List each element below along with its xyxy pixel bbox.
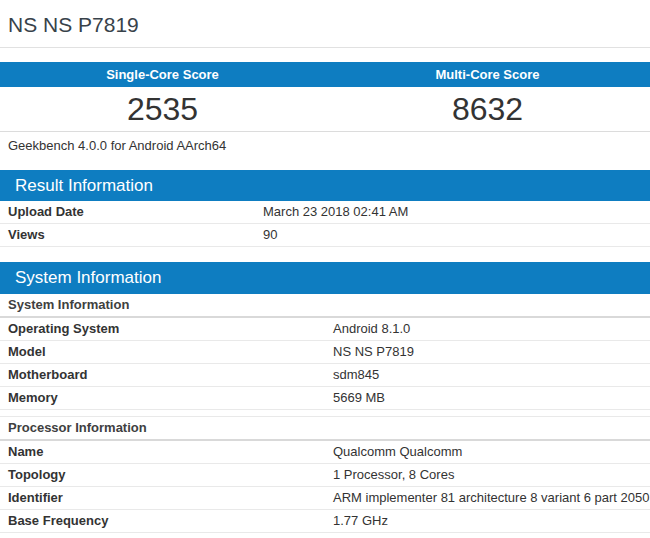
multi-core-score-label: Multi-Core Score (325, 62, 650, 87)
multi-core-score-value: 8632 (325, 87, 650, 131)
row-label: Memory (0, 387, 325, 410)
subheader-label: Processor Information (0, 417, 650, 441)
score-values-row: 2535 8632 (0, 87, 650, 132)
row-value: 1.77 GHz (325, 510, 650, 533)
single-core-score-label: Single-Core Score (0, 62, 325, 87)
table-row: Motherboard sdm845 (0, 364, 650, 387)
score-banner: Single-Core Score Multi-Core Score 2535 … (0, 62, 650, 162)
table-row: Upload Date March 23 2018 02:41 AM (0, 201, 650, 224)
row-value: 1 Processor, 8 Cores (325, 464, 650, 487)
table-subheader-row: System Information (0, 294, 650, 317)
subheader-label: System Information (0, 294, 650, 317)
table-row: Operating System Android 8.1.0 (0, 317, 650, 341)
row-label: Upload Date (0, 201, 255, 224)
row-value: sdm845 (325, 364, 650, 387)
table-row: Views 90 (0, 224, 650, 247)
result-information-table: Upload Date March 23 2018 02:41 AM Views… (0, 201, 650, 247)
table-row: Memory 5669 MB (0, 387, 650, 410)
single-core-score-value: 2535 (0, 87, 325, 131)
system-information-section-header: System Information (0, 262, 650, 294)
row-value: Android 8.1.0 (325, 317, 650, 341)
table-row: Model NS NS P7819 (0, 341, 650, 364)
row-label: Model (0, 341, 325, 364)
table-row: Identifier ARM implementer 81 architectu… (0, 487, 650, 510)
title-divider (0, 47, 650, 48)
result-information-section-header: Result Information (0, 170, 650, 201)
page-title: NS NS P7819 (0, 0, 650, 47)
row-label: Operating System (0, 317, 325, 341)
row-label: Name (0, 440, 325, 464)
processor-information-table: Processor Information Name Qualcomm Qual… (0, 416, 650, 533)
geekbench-result-page: NS NS P7819 Single-Core Score Multi-Core… (0, 0, 650, 533)
row-label: Identifier (0, 487, 325, 510)
row-value: March 23 2018 02:41 AM (255, 201, 650, 224)
row-value: 5669 MB (325, 387, 650, 410)
row-value: Qualcomm Qualcomm (325, 440, 650, 464)
row-label: Views (0, 224, 255, 247)
table-row: Topology 1 Processor, 8 Cores (0, 464, 650, 487)
row-label: Topology (0, 464, 325, 487)
table-subheader-row: Processor Information (0, 417, 650, 441)
row-value: ARM implementer 81 architecture 8 varian… (325, 487, 650, 510)
score-header-bar: Single-Core Score Multi-Core Score (0, 62, 650, 87)
system-information-table: System Information Operating System Andr… (0, 294, 650, 410)
table-row: Base Frequency 1.77 GHz (0, 510, 650, 533)
table-row: Name Qualcomm Qualcomm (0, 440, 650, 464)
row-value: 90 (255, 224, 650, 247)
row-label: Motherboard (0, 364, 325, 387)
benchmark-version-caption: Geekbench 4.0.0 for Android AArch64 (0, 132, 650, 162)
row-label: Base Frequency (0, 510, 325, 533)
row-value: NS NS P7819 (325, 341, 650, 364)
